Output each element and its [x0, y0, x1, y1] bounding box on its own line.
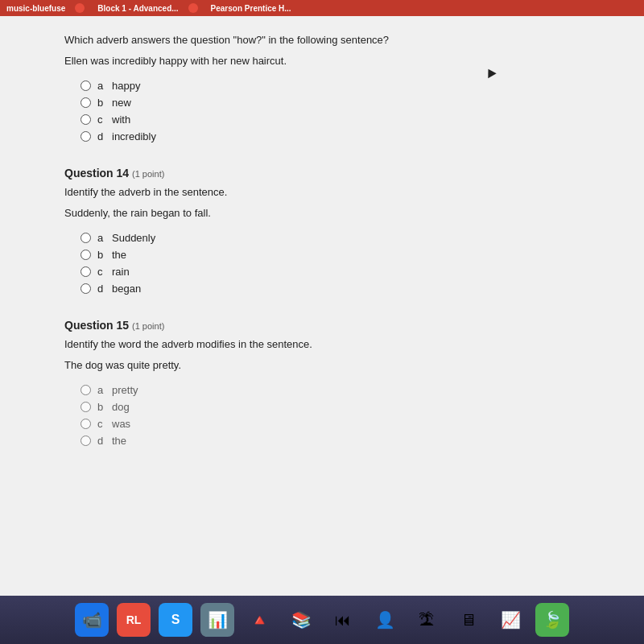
taskbar-drive-icon[interactable]: 🔺 [242, 603, 276, 637]
top-browser-bar: music-bluefuse Block 1 - Advanced... Pea… [0, 0, 644, 16]
q14-radio-c[interactable] [80, 266, 91, 277]
q14-intro: Identify the adverb in the sentence. [64, 184, 580, 200]
q15-letter-c: c [97, 418, 112, 430]
q14-option-c[interactable]: c rain [80, 266, 580, 278]
q14-letter-b: b [97, 249, 112, 261]
q14-text-c: rain [112, 266, 130, 278]
q13-radio-c[interactable] [80, 114, 91, 125]
taskbar-bar-icon[interactable]: 📈 [493, 603, 527, 637]
q15-points: (1 point) [132, 321, 164, 331]
q13-text-a: happy [112, 80, 140, 92]
question-15-block: Question 15 (1 point) Identify the word … [64, 319, 580, 447]
q15-letter-a: a [97, 384, 112, 396]
main-content: Which adverb answers the question "how?"… [0, 16, 644, 596]
q14-letter-c: c [97, 266, 112, 278]
q14-option-a[interactable]: a Suddenly [80, 232, 580, 244]
tab-block[interactable]: Block 1 - Advanced... [97, 4, 178, 13]
q13-option-c[interactable]: c with [80, 114, 580, 126]
taskbar-island-icon[interactable]: 🏝 [410, 603, 444, 637]
q15-radio-d[interactable] [80, 436, 91, 446]
q13-radio-b[interactable] [80, 97, 91, 108]
q15-text-a: pretty [112, 384, 138, 396]
q14-text-b: the [112, 249, 126, 261]
q15-text-c: was [112, 418, 130, 430]
q13-letter-a: a [97, 80, 112, 92]
tab-music[interactable]: music-bluefuse [6, 4, 65, 13]
q15-intro: Identify the word the adverb modifies in… [64, 336, 580, 353]
q15-letter-d: d [97, 435, 112, 447]
q13-letter-b: b [97, 97, 112, 109]
q15-text-d: the [112, 435, 126, 447]
taskbar-settings-icon[interactable]: 🖥 [452, 603, 485, 637]
q13-text-b: new [112, 97, 131, 109]
q13-radio-d[interactable] [80, 131, 91, 142]
taskbar-zoom-icon[interactable]: 📹 [75, 603, 109, 637]
q15-radio-b[interactable] [80, 402, 91, 412]
q15-letter-b: b [97, 401, 112, 413]
taskbar-chart-icon[interactable]: 📊 [200, 603, 234, 637]
q15-option-b[interactable]: b dog [80, 401, 580, 413]
q15-sentence: The dog was quite pretty. [64, 357, 580, 374]
taskbar: 📹 RL S 📊 🔺 📚 ⏮ 👤 🏝 🖥 📈 🍃 [0, 596, 644, 644]
q15-title: Question 15 (1 point) [64, 319, 580, 332]
q15-radio-a[interactable] [80, 385, 91, 395]
q14-letter-d: d [97, 283, 112, 295]
q15-option-d[interactable]: d the [80, 435, 580, 447]
q13-letter-d: d [97, 130, 112, 142]
taskbar-schoology-icon[interactable]: S [159, 603, 192, 637]
q14-option-b[interactable]: b the [80, 249, 580, 261]
q14-letter-a: a [97, 232, 112, 244]
q14-title: Question 14 (1 point) [64, 167, 580, 180]
q13-sentence: Ellen was incredibly happy with her new … [64, 53, 580, 69]
q15-text-b: dog [112, 401, 130, 413]
taskbar-user-icon[interactable]: 👤 [368, 603, 402, 637]
q14-text-a: Suddenly [112, 232, 155, 244]
taskbar-books-icon[interactable]: 📚 [284, 603, 318, 637]
q15-option-a[interactable]: a pretty [80, 384, 580, 396]
q14-option-d[interactable]: d began [80, 283, 580, 295]
q13-option-a[interactable]: a happy [80, 80, 580, 92]
taskbar-extra-icon[interactable]: 🍃 [535, 603, 569, 637]
tab-pearson[interactable]: Pearson Prentice H... [211, 4, 291, 13]
q13-text-d: incredibly [112, 130, 156, 142]
q14-points: (1 point) [132, 169, 164, 179]
q15-option-c[interactable]: c was [80, 418, 580, 430]
q14-options: a Suddenly b the c rain d began [80, 232, 580, 295]
question-13-block: Which adverb answers the question "how?"… [64, 32, 580, 142]
tab-dot2 [188, 3, 198, 13]
q15-options: a pretty b dog c was d the [80, 384, 580, 447]
q14-radio-b[interactable] [80, 250, 91, 260]
q13-option-d[interactable]: d incredibly [80, 130, 580, 142]
tab-dot [75, 3, 85, 13]
q13-text-c: with [112, 114, 130, 126]
q14-text-d: began [112, 283, 141, 295]
q13-option-b[interactable]: b new [80, 97, 580, 109]
question-14-block: Question 14 (1 point) Identify the adver… [64, 167, 580, 295]
q13-letter-c: c [97, 114, 112, 126]
q15-radio-c[interactable] [80, 419, 91, 429]
q13-radio-a[interactable] [80, 80, 91, 91]
q13-intro: Which adverb answers the question "how?"… [64, 32, 580, 48]
q14-radio-a[interactable] [80, 233, 91, 243]
q13-options: a happy b new c with d incredibly [80, 80, 580, 142]
taskbar-rewind-icon[interactable]: ⏮ [326, 603, 360, 637]
q14-sentence: Suddenly, the rain began to fall. [64, 205, 580, 221]
taskbar-rl-icon[interactable]: RL [117, 603, 151, 637]
q14-radio-d[interactable] [80, 283, 91, 294]
